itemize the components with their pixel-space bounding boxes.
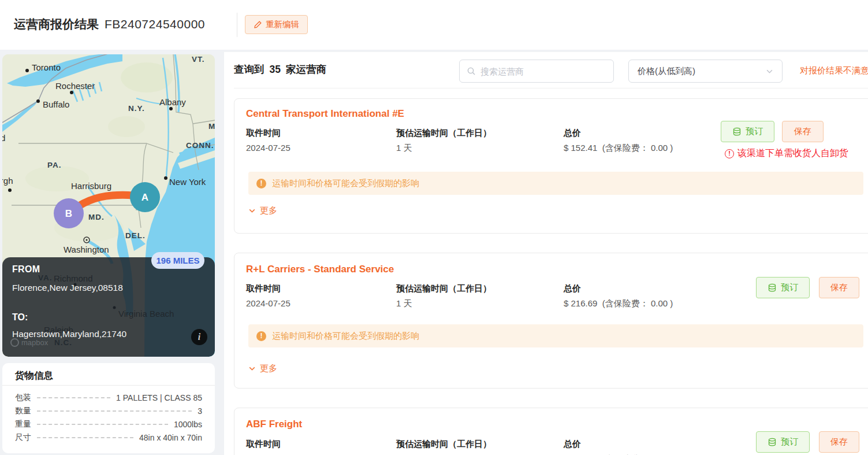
city-pittsburgh: Pittsburgh xyxy=(2,176,13,186)
quote-results-panel: 查询到 35 家运营商 价格(从低到高) 对报价结果不满意 Central Tr… xyxy=(224,52,868,455)
carrier-card: ABF Freight 取件时间 2024-07-25 预估运输时间（工作日） … xyxy=(234,408,868,455)
state-ny: N.Y. xyxy=(128,104,145,113)
re-edit-button[interactable]: 重新编辑 xyxy=(245,15,308,34)
chevron-down-icon xyxy=(766,68,773,75)
re-edit-label: 重新编辑 xyxy=(266,19,299,30)
more-toggle[interactable]: 更多 xyxy=(248,205,277,216)
holiday-warning-banner: ! 运输时间和价格可能会受到假期的影响 xyxy=(248,324,863,347)
channel-warning: ! 该渠道下单需收货人自卸货 xyxy=(725,147,848,160)
more-toggle[interactable]: 更多 xyxy=(248,363,277,374)
route-summary-overlay: FROM Florence,New Jersey,08518 TO: Hager… xyxy=(2,257,215,357)
book-button[interactable]: 预订 xyxy=(756,277,810,298)
cargo-row-packaging: 包装1 PALLETS | CLASS 85 xyxy=(15,391,202,404)
price-amount: $ 216.69 xyxy=(564,298,597,308)
order-number: FB240724540000 xyxy=(105,17,205,31)
holiday-warning-banner: ! 运输时间和价格可能会受到假期的影响 xyxy=(248,172,863,195)
state-del: DEL. xyxy=(125,231,146,240)
search-input[interactable] xyxy=(480,66,606,76)
result-count-line: 查询到 35 家运营商 xyxy=(234,62,326,76)
to-label: TO: xyxy=(12,312,28,323)
total-price-col: 总价 $ 152.41 (含保险费： 0.00 ) xyxy=(564,128,673,154)
distance-badge: 196 MILES xyxy=(151,252,204,269)
route-map[interactable]: Toronto Rochester Buffalo Albany New Yor… xyxy=(2,54,215,357)
cargo-divider xyxy=(2,385,215,386)
city-new-york: New York xyxy=(169,177,206,187)
alert-filled-icon: ! xyxy=(256,331,266,341)
pencil-icon xyxy=(254,20,262,29)
state-vt: VT. xyxy=(192,55,205,64)
coins-icon xyxy=(732,127,742,136)
chevron-down-icon xyxy=(248,365,256,372)
city-toronto: Toronto xyxy=(32,62,61,72)
page-title: 运营商报价结果FB240724540000 xyxy=(14,16,205,32)
result-count: 35 xyxy=(270,64,281,76)
state-md: MD. xyxy=(88,213,105,221)
city-buffalo: Buffalo xyxy=(43,99,69,109)
svg-text:A: A xyxy=(141,192,148,203)
carrier-name: Central Transport International #E xyxy=(246,108,404,120)
sort-selected-value: 价格(从低到高) xyxy=(638,66,766,77)
sort-dropdown[interactable]: 价格(从低到高) xyxy=(628,60,783,83)
book-button[interactable]: 预订 xyxy=(756,431,810,453)
coins-icon xyxy=(768,438,777,447)
header-divider xyxy=(237,13,237,37)
city-washington: Washington xyxy=(64,245,109,254)
total-price-col: 总价 $ 216.69 (含保险费： 0.00 ) xyxy=(564,283,673,309)
carrier-search xyxy=(459,60,614,83)
save-button[interactable]: 保存 xyxy=(782,121,824,142)
city-harrisburg: Harrisburg xyxy=(71,181,111,191)
pickup-time-col: 取件时间 2024-07-25 xyxy=(246,128,290,153)
insurance-note: (含保险费： 0.00 ) xyxy=(602,298,673,308)
price-amount: $ 152.41 xyxy=(564,143,597,153)
coins-icon xyxy=(768,283,777,293)
toolbar-divider xyxy=(234,88,868,88)
info-icon[interactable]: i xyxy=(191,329,207,345)
cargo-info-card: 货物信息 包装1 PALLETS | CLASS 85 数量3 重量1000lb… xyxy=(2,363,215,453)
transit-time-col: 预估运输时间（工作日） 2 天 xyxy=(396,439,491,455)
search-icon xyxy=(467,66,476,76)
city-albany: Albany xyxy=(159,97,186,107)
cargo-info-title: 货物信息 xyxy=(15,369,53,382)
state-ma: MA xyxy=(208,122,215,131)
cargo-row-dimensions: 尺寸48in x 40in x 70in xyxy=(15,431,202,444)
result-suffix: 家运营商 xyxy=(286,62,326,76)
marker-b: B xyxy=(54,198,84,228)
carrier-name: ABF Freight xyxy=(246,419,302,430)
page-header: 运营商报价结果FB240724540000 重新编辑 xyxy=(0,0,868,50)
edge-cut-label: d xyxy=(2,133,5,143)
mapbox-logo-icon xyxy=(10,338,19,347)
page-title-text: 运营商报价结果 xyxy=(14,17,99,31)
total-price-col: 总价 $ 240.65 (含保险费： 0.00 ) xyxy=(564,439,673,455)
transit-time-col: 预估运输时间（工作日） 1 天 xyxy=(396,128,491,154)
state-conn: CONN. xyxy=(186,141,214,150)
cargo-rows: 包装1 PALLETS | CLASS 85 数量3 重量1000lbs 尺寸4… xyxy=(15,391,202,444)
carrier-card: Central Transport International #E 取件时间 … xyxy=(234,98,868,234)
svg-text:B: B xyxy=(65,208,72,219)
exclamation-circle-icon: ! xyxy=(725,149,734,158)
cargo-row-weight: 重量1000lbs xyxy=(15,417,202,431)
pickup-time-col: 取件时间 2024-07-25 xyxy=(246,283,290,308)
from-address: Florence,New Jersey,08518 xyxy=(12,283,123,293)
cargo-row-quantity: 数量3 xyxy=(15,404,202,417)
save-button[interactable]: 保存 xyxy=(819,431,859,453)
alert-filled-icon: ! xyxy=(256,179,266,188)
chevron-down-icon xyxy=(248,207,256,214)
book-button[interactable]: 预订 xyxy=(721,121,774,142)
marker-a: A xyxy=(130,182,160,212)
dissatisfied-with-quotes-link[interactable]: 对报价结果不满意 xyxy=(800,65,868,76)
transit-time-col: 预估运输时间（工作日） 1 天 xyxy=(396,283,491,309)
carrier-card: R+L Carriers - Standard Service 取件时间 202… xyxy=(234,253,868,389)
city-rochester: Rochester xyxy=(55,81,95,91)
insurance-note: (含保险费： 0.00 ) xyxy=(602,143,673,153)
from-label: FROM xyxy=(12,264,40,275)
result-prefix: 查询到 xyxy=(234,62,265,76)
save-button[interactable]: 保存 xyxy=(819,277,859,298)
state-pa: PA. xyxy=(47,161,62,169)
pickup-time-col: 取件时间 2024-07-25 xyxy=(246,439,290,455)
map-attribution: mapbox xyxy=(10,338,48,347)
carrier-name: R+L Carriers - Standard Service xyxy=(246,264,394,275)
